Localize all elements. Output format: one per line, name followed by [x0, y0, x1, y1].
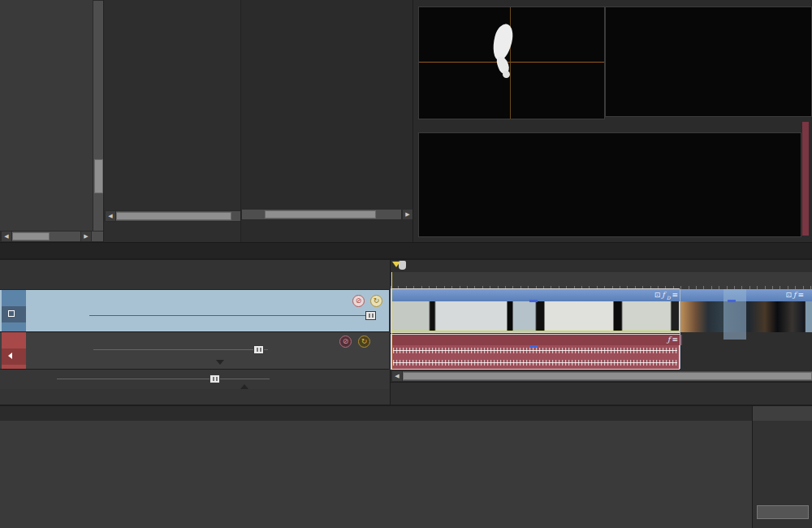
list1-hscroll-thumb[interactable] [116, 212, 231, 220]
vectorscope-display [418, 6, 605, 119]
track2-strip [2, 332, 26, 369]
histogram-display [418, 132, 801, 237]
clip-menu-icon[interactable]: ≡ [797, 291, 806, 299]
track-type-icon [8, 353, 12, 359]
track-type-icon [8, 310, 15, 317]
clip-header-icons[interactable]: ⊡ƒD≡ [654, 289, 680, 301]
tree-vscroll-thumb[interactable] [94, 159, 103, 193]
vectorscope-trace [503, 71, 510, 78]
tree-hscroll-thumb[interactable] [12, 232, 50, 240]
scroll-left-icon[interactable]: ◀ [105, 210, 116, 222]
color-grades-panel [0, 406, 752, 528]
waveform-channel-select[interactable] [609, 119, 650, 128]
video-scopes-panel [413, 0, 812, 242]
rate-slider[interactable] [57, 379, 270, 379]
timeline-horizontal-scrollbar[interactable]: ◀ [391, 370, 812, 382]
clip-thumbnails [391, 301, 679, 331]
curves-reset-button[interactable] [757, 505, 809, 519]
audio-clip-rocket-launch[interactable]: ƒ≡ [391, 335, 679, 369]
timecode-bar [0, 260, 389, 289]
scroll-right-icon[interactable]: ▶ [402, 209, 413, 220]
divider [0, 258, 812, 260]
track1-level-slider[interactable] [89, 315, 365, 316]
vectorscope-v-axis [510, 7, 511, 119]
scroll-left-icon[interactable]: ◀ [391, 370, 403, 382]
color-curves-panel [752, 406, 812, 528]
clip-header[interactable] [806, 289, 812, 301]
scopes-edge-strip [802, 122, 809, 236]
clip-position-tick [529, 300, 538, 302]
track2-vol-handle[interactable] [253, 345, 264, 354]
scroll-left-icon[interactable]: ◀ [1, 231, 12, 242]
clip-thumbnails [806, 301, 812, 332]
video-clip-sky[interactable] [806, 289, 812, 332]
vectorscope-h-axis [419, 62, 604, 63]
list2-hscroll-thumb[interactable] [265, 210, 376, 219]
track2-number [2, 348, 26, 365]
video-track-header[interactable]: ⊘ ↻ [0, 289, 389, 331]
timeline-area: ⊡ƒD≡ ⊡ƒ≡ ƒ≡ [390, 260, 812, 406]
video-clip-rocket-launch[interactable]: ⊡ƒD≡ [391, 289, 679, 332]
track-header-area: ⊘ ↻ ⊘ ↻ [0, 260, 389, 406]
color-panel-tabs [0, 406, 752, 421]
file-list-1[interactable] [104, 0, 240, 210]
track1-strip [2, 290, 26, 331]
waveform-trace [625, 7, 809, 115]
timeline-ruler[interactable] [391, 272, 812, 290]
color-wheels-area [0, 421, 752, 528]
track2-vol-slider[interactable] [93, 349, 268, 350]
divider [0, 405, 812, 406]
track2-vol [32, 345, 40, 353]
automation-settings-icon[interactable]: ↻ [358, 335, 370, 348]
composite-mode-icon[interactable]: ⊘ [352, 295, 365, 307]
timeline-hscroll-thumb[interactable] [403, 372, 812, 380]
histogram-bars [449, 154, 756, 228]
folder-tree[interactable] [0, 0, 93, 230]
clip-menu-icon[interactable]: ≡ [672, 291, 680, 299]
clip-position-tick [529, 345, 538, 348]
edit-cursor[interactable] [391, 272, 392, 370]
clip-position-tick [728, 300, 736, 302]
video-clip-seafront[interactable]: ⊡ƒ≡ [680, 289, 805, 332]
track1-number [2, 306, 26, 322]
list1-horizontal-scrollbar[interactable]: ◀ [104, 210, 241, 222]
hamburger-menu-icon[interactable] [2, 332, 26, 348]
audio-waveform-left [393, 348, 677, 353]
vegas-pro-window: ◀ ▶ ◀ ▶ [0, 0, 812, 528]
clip-header-icons[interactable]: ⊡ƒ≡ [786, 289, 806, 301]
fx-icon[interactable]: ƒD [662, 291, 672, 299]
pan-crop-icon[interactable]: ⊡ [654, 291, 663, 299]
clip-boundary-line [680, 289, 680, 369]
pan-crop-icon[interactable]: ⊡ [786, 291, 794, 299]
rate-handle[interactable] [209, 374, 220, 383]
transport-bar [391, 382, 812, 406]
audio-waveform-right [393, 360, 677, 366]
list2-horizontal-scrollbar[interactable] [241, 209, 402, 220]
audio-track-header[interactable]: ⊘ ↻ [0, 331, 389, 369]
clip-header[interactable]: ƒ≡ [391, 335, 682, 345]
marker-icon[interactable] [399, 261, 406, 270]
waveform-display [605, 6, 812, 117]
automation-settings-icon[interactable]: ↻ [370, 295, 382, 307]
track1-level-handle[interactable] [365, 311, 376, 320]
color-curves-title [753, 406, 812, 421]
clip-selection-band [723, 289, 746, 340]
mute-icon[interactable]: ⊘ [339, 335, 352, 348]
pan-center-marker [216, 360, 224, 365]
explorer-folder-tree-panel: ◀ ▶ [0, 0, 104, 242]
clip-menu-icon[interactable]: ≡ [672, 335, 680, 344]
tree-horizontal-scrollbar[interactable]: ◀ ▶ [0, 231, 104, 242]
window-dock-tabs [0, 242, 812, 260]
file-list-2[interactable] [241, 0, 412, 209]
media-file-list-2-panel: ▶ [241, 0, 413, 242]
rate-center-marker [240, 384, 248, 389]
clip-header-icons[interactable]: ƒ≡ [667, 335, 680, 345]
tree-vertical-scrollbar[interactable] [93, 0, 104, 232]
scroll-right-icon[interactable]: ▶ [80, 231, 92, 242]
hamburger-menu-icon[interactable] [2, 290, 26, 306]
rate-control-row [0, 369, 389, 389]
media-file-list-1-panel: ◀ [104, 0, 241, 242]
